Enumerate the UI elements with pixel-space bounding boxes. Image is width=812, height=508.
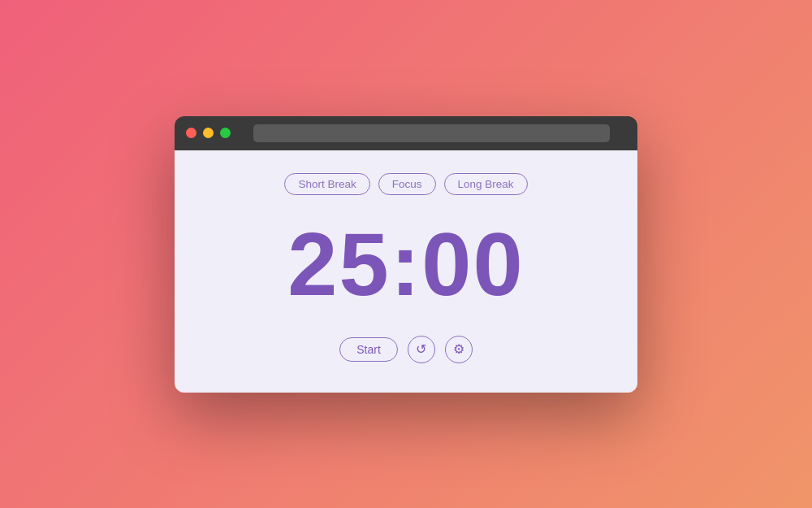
browser-content: Short Break Focus Long Break 25:00 Start…: [175, 150, 637, 393]
controls: Start ↺ ⚙: [339, 336, 473, 363]
close-button[interactable]: [186, 128, 197, 138]
settings-icon: ⚙: [453, 341, 464, 357]
timer-display: 25:00: [287, 215, 524, 313]
address-bar: [253, 124, 610, 142]
settings-button[interactable]: ⚙: [445, 336, 473, 363]
mode-buttons: Short Break Focus Long Break: [284, 173, 527, 195]
long-break-button[interactable]: Long Break: [444, 173, 528, 195]
maximize-button[interactable]: [220, 128, 231, 138]
start-button[interactable]: Start: [339, 337, 398, 362]
reset-icon: ↺: [416, 341, 426, 357]
minimize-button[interactable]: [203, 128, 214, 138]
browser-window: Short Break Focus Long Break 25:00 Start…: [175, 116, 637, 393]
focus-button[interactable]: Focus: [378, 173, 436, 195]
reset-button[interactable]: ↺: [408, 336, 435, 363]
title-bar: [175, 116, 637, 150]
short-break-button[interactable]: Short Break: [284, 173, 369, 195]
